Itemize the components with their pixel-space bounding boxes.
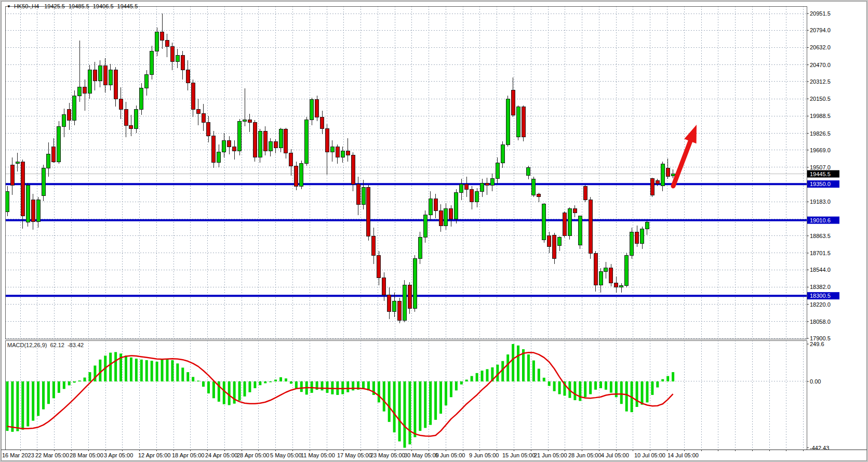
candle-body-up bbox=[140, 88, 143, 110]
candle-body-up bbox=[88, 70, 91, 94]
time-axis[interactable]: 16 Mar 202322 Mar 05:0028 Mar 05:003 Apr… bbox=[1, 450, 867, 458]
macd-histogram-bar bbox=[181, 367, 184, 381]
macd-histogram-bar bbox=[109, 353, 112, 381]
price-axis-label: 19183.0 bbox=[810, 199, 831, 205]
macd-histogram-bar bbox=[506, 354, 509, 381]
candle-body-up bbox=[599, 271, 603, 285]
macd-histogram-bar bbox=[589, 381, 592, 394]
macd-histogram-bar bbox=[171, 360, 173, 381]
chart-window: 20951.520794.020632.020470.020312.520150… bbox=[0, 0, 868, 462]
candle-body-down bbox=[233, 147, 236, 151]
candle-body-up bbox=[418, 237, 422, 259]
candle-body-up bbox=[330, 147, 334, 152]
candle-body-up bbox=[568, 208, 571, 235]
candle-body-down bbox=[10, 165, 14, 185]
macd-histogram-bar bbox=[429, 381, 432, 425]
macd-histogram-bar bbox=[408, 381, 411, 444]
candle-body-down bbox=[377, 255, 381, 278]
price-axis-label: 20794.0 bbox=[810, 27, 831, 33]
macd-histogram-bar bbox=[285, 378, 287, 381]
candle-body-down bbox=[656, 181, 659, 183]
candle-body-down bbox=[470, 189, 474, 202]
candle-body-up bbox=[645, 222, 649, 229]
macd-histogram-bar bbox=[16, 381, 19, 431]
macd-histogram-bar bbox=[553, 381, 556, 391]
candle-body-up bbox=[532, 179, 536, 195]
macd-histogram-bar bbox=[21, 381, 24, 430]
macd-histogram-bar bbox=[388, 381, 391, 422]
macd-histogram-bar bbox=[37, 381, 39, 416]
macd-histogram-bar bbox=[424, 381, 426, 428]
plot-borders bbox=[5, 6, 807, 450]
candle-body-down bbox=[537, 194, 541, 197]
candle-body-down bbox=[186, 70, 190, 83]
candle-body-up bbox=[135, 110, 138, 129]
macd-histogram-bar bbox=[445, 381, 447, 405]
macd-histogram-bar bbox=[460, 381, 463, 385]
macd-histogram-bar bbox=[186, 372, 189, 381]
macd-axis-label: 0.00 bbox=[810, 378, 821, 385]
macd-histogram-bar bbox=[135, 359, 138, 381]
chart-menu-arrow-icon[interactable]: ▼ bbox=[7, 4, 11, 9]
horizontal-level-lines[interactable] bbox=[5, 184, 807, 296]
time-axis-label: 24 Apr 05:00 bbox=[205, 452, 237, 458]
candle-body-down bbox=[68, 110, 71, 120]
arrow-annotation[interactable] bbox=[673, 125, 697, 186]
macd-histogram-bar bbox=[532, 361, 535, 381]
arrow-shaft[interactable] bbox=[673, 141, 690, 186]
macd-histogram-bar bbox=[450, 381, 452, 397]
macd-axis[interactable]: 249.60.00-442.43 bbox=[807, 341, 829, 451]
candle-body-down bbox=[228, 140, 231, 147]
macd-histogram-bar bbox=[362, 381, 365, 389]
ohlc-close: 19445.5 bbox=[117, 3, 138, 9]
candle-body-up bbox=[222, 140, 226, 152]
candle-body-up bbox=[413, 259, 417, 309]
macd-histogram-bar bbox=[326, 381, 328, 393]
macd-histogram-bar bbox=[393, 381, 396, 432]
ohlc-low: 19406.5 bbox=[93, 3, 114, 9]
macd-histogram-bar bbox=[88, 372, 91, 381]
macd-histogram-bar bbox=[161, 359, 164, 381]
candle-body-down bbox=[274, 141, 277, 148]
svg-text:19010.6: 19010.6 bbox=[810, 217, 831, 223]
macd-histogram-bar bbox=[156, 362, 158, 381]
chart-canvas[interactable]: 20951.520794.020632.020470.020312.520150… bbox=[1, 1, 868, 462]
candle-body-up bbox=[496, 163, 499, 179]
macd-histogram-bar bbox=[248, 381, 251, 392]
price-axis-label: 18863.5 bbox=[810, 233, 831, 239]
macd-histogram-bar bbox=[346, 381, 349, 392]
candle-body-up bbox=[444, 208, 448, 226]
candle-body-up bbox=[243, 120, 247, 121]
price-axis-label: 18058.0 bbox=[810, 319, 831, 325]
time-axis-label: 5 Jun 05:00 bbox=[435, 452, 465, 458]
macd-histogram-bar bbox=[672, 372, 674, 381]
macd-indicator-label: MACD(12,26,9)62.12-83.42 bbox=[7, 342, 87, 349]
macd-histogram-bar bbox=[594, 381, 597, 390]
price-axis-label: 20150.5 bbox=[810, 96, 831, 102]
candle-body-down bbox=[382, 278, 386, 295]
macd-histogram-bar bbox=[439, 381, 442, 414]
candle-body-down bbox=[321, 117, 324, 129]
macd-histogram-bar bbox=[223, 381, 225, 404]
macd-histogram-bar bbox=[636, 381, 638, 407]
macd-layer bbox=[6, 344, 675, 448]
macd-histogram-bar bbox=[610, 381, 612, 393]
candle-body-down bbox=[103, 66, 107, 85]
candle-body-up bbox=[57, 126, 61, 162]
macd-main-value: 62.12 bbox=[50, 342, 64, 348]
price-axis-label: 18544.0 bbox=[810, 267, 831, 273]
candle-body-up bbox=[310, 99, 314, 120]
macd-histogram-bar bbox=[47, 381, 50, 404]
price-axis[interactable]: 20951.520794.020632.020470.020312.520150… bbox=[807, 10, 839, 341]
macd-histogram-bar bbox=[471, 376, 473, 381]
candle-body-up bbox=[423, 215, 427, 237]
candle-body-down bbox=[295, 166, 298, 186]
macd-histogram-bar bbox=[212, 381, 215, 398]
arrow-head[interactable] bbox=[684, 125, 697, 143]
macd-histogram-bar bbox=[269, 381, 272, 382]
macd-histogram-bar bbox=[114, 352, 117, 381]
candle-body-down bbox=[346, 151, 350, 155]
candle-body-down bbox=[522, 107, 525, 137]
candle-body-down bbox=[248, 120, 251, 122]
time-axis-label: 28 Apr 05:00 bbox=[237, 452, 269, 458]
